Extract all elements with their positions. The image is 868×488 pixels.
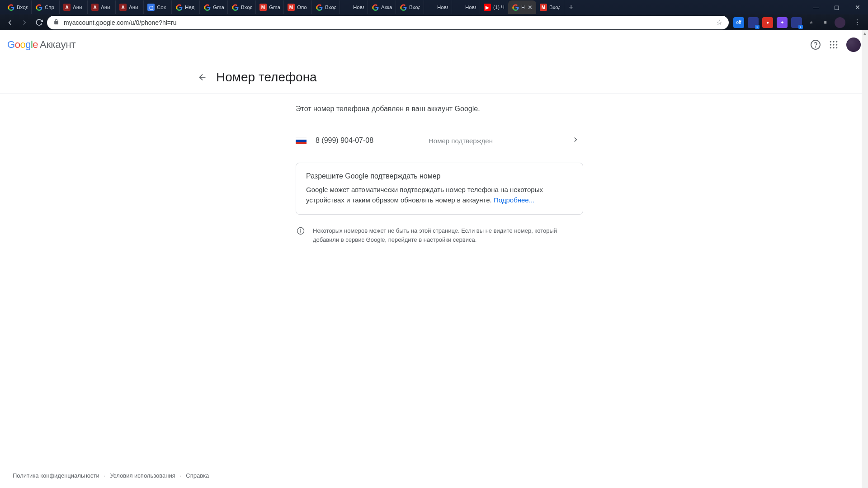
footer-help-link[interactable]: Справка	[186, 472, 209, 479]
tab-favicon-icon: M	[259, 4, 267, 11]
svg-point-10	[836, 47, 837, 48]
browser-tab[interactable]: Новая вк	[340, 0, 368, 14]
tab-favicon-icon	[344, 4, 351, 11]
browser-tab[interactable]: Спр	[32, 0, 60, 14]
footer-terms-link[interactable]: Условия использования	[110, 472, 175, 479]
phone-number-row[interactable]: 8 (999) 904-07-08 Номер подтвержден	[296, 129, 583, 152]
new-tab-button[interactable]: +	[564, 3, 578, 12]
extension-icon[interactable]: ≡	[820, 17, 831, 28]
browser-tab[interactable]: Вход	[228, 0, 256, 14]
browser-tab[interactable]: MВход	[536, 0, 564, 14]
extension-icon[interactable]: ★	[806, 17, 816, 28]
tab-title: Gma	[269, 5, 280, 10]
tab-favicon-icon	[35, 4, 42, 11]
browser-menu-icon[interactable]: ⋮	[850, 18, 864, 27]
tab-title: Gma	[213, 5, 224, 10]
window-maximize[interactable]: ◻	[826, 0, 847, 14]
tab-title: Спр	[45, 5, 54, 10]
browser-tab[interactable]: Н✕	[508, 0, 536, 14]
back-arrow-icon[interactable]	[197, 72, 208, 83]
browser-tab[interactable]: Нед	[172, 0, 200, 14]
tab-close-icon[interactable]: ✕	[528, 4, 533, 11]
tab-title: Ани	[101, 5, 110, 10]
extension-badge: 1	[755, 25, 760, 29]
tab-title: Вход	[17, 5, 28, 10]
apps-grid-icon[interactable]	[825, 36, 843, 54]
user-avatar[interactable]	[846, 38, 861, 52]
tab-favicon-icon	[7, 4, 14, 11]
svg-point-7	[836, 44, 837, 45]
tab-title: Нед	[185, 5, 194, 10]
tab-favicon-icon	[400, 4, 407, 11]
extension-icon[interactable]: off	[733, 17, 744, 28]
info-note: Некоторых номеров может не быть на этой …	[296, 225, 583, 246]
tab-favicon-icon: ▢	[147, 4, 155, 11]
bookmark-star-icon[interactable]: ☆	[716, 18, 722, 27]
tab-favicon-icon	[428, 4, 435, 11]
browser-tab[interactable]: AАни	[116, 0, 144, 14]
learn-more-link[interactable]: Подробнее...	[494, 196, 534, 204]
tab-favicon-icon: A	[63, 4, 71, 11]
extension-icon[interactable]: 1	[748, 17, 759, 28]
help-icon[interactable]	[807, 36, 825, 54]
browser-chrome: ВходСпрAАниAАниAАни▢СокНедGmaВходMGmaMОп…	[0, 0, 868, 30]
browser-tab[interactable]: Вход	[396, 0, 424, 14]
google-account-logo[interactable]: Google Аккаунт	[7, 39, 76, 51]
browser-tab[interactable]: Акка	[368, 0, 396, 14]
svg-point-5	[830, 44, 831, 45]
svg-point-1	[816, 47, 816, 47]
app-header: Google Аккаунт	[0, 30, 868, 59]
nav-forward-icon[interactable]	[18, 16, 31, 29]
google-wordmark: Google	[7, 39, 38, 51]
browser-tab[interactable]: MОпо	[284, 0, 312, 14]
browser-tab[interactable]: Новая вк	[452, 0, 480, 14]
footer-privacy-link[interactable]: Политика конфиденциальности	[13, 472, 99, 479]
phone-number-value: 8 (999) 904-07-08	[316, 136, 429, 145]
browser-tab[interactable]: Вход	[312, 0, 340, 14]
page-title-row: Номер телефона	[199, 59, 669, 94]
window-close[interactable]: ✕	[847, 0, 868, 14]
browser-tab[interactable]: AАни	[88, 0, 116, 14]
browser-tab[interactable]: ▢Сок	[144, 0, 172, 14]
tab-title: Вход	[325, 5, 336, 10]
tab-favicon-icon	[456, 4, 463, 11]
address-bar[interactable]: myaccount.google.com/u/0/phone?hl=ru ☆	[47, 16, 729, 29]
tab-title: Новая вк	[465, 5, 476, 10]
tab-title: Сок	[157, 5, 166, 10]
page-title: Номер телефона	[216, 70, 317, 84]
nav-back-icon[interactable]	[4, 16, 16, 29]
tab-title: Новая вк	[353, 5, 364, 10]
tab-favicon-icon: M	[288, 4, 295, 11]
tab-favicon-icon	[231, 4, 239, 11]
browser-tab[interactable]: ▶(1) Ч	[480, 0, 508, 14]
browser-tab[interactable]: AАни	[60, 0, 88, 14]
tab-favicon-icon	[203, 4, 211, 11]
svg-point-4	[836, 41, 837, 42]
tab-strip: ВходСпрAАниAАниAАни▢СокНедGmaВходMGmaMОп…	[0, 0, 868, 14]
svg-point-8	[830, 47, 831, 48]
browser-tab[interactable]: Вход	[4, 0, 32, 14]
tab-title: Новая вк	[437, 5, 448, 10]
tab-title: Вход	[241, 5, 252, 10]
extension-icon[interactable]: ●	[762, 17, 773, 28]
vertical-scrollbar[interactable]: ▲	[862, 30, 868, 488]
navigation-bar: myaccount.google.com/u/0/phone?hl=ru ☆ o…	[0, 14, 868, 30]
tab-favicon-icon: M	[540, 4, 547, 11]
tab-title: (1) Ч	[493, 5, 504, 10]
tab-favicon-icon: A	[91, 4, 99, 11]
extension-icon[interactable]: ✦	[777, 17, 788, 28]
window-minimize[interactable]: —	[806, 0, 826, 14]
tab-favicon-icon: A	[119, 4, 127, 11]
browser-tab[interactable]: MGma	[256, 0, 284, 14]
browser-tab[interactable]: Новая вк	[424, 0, 452, 14]
tab-title: Вход	[409, 5, 420, 10]
nav-reload-icon[interactable]	[33, 16, 45, 29]
scrollbar-up-icon[interactable]: ▲	[862, 30, 868, 37]
url-text: myaccount.google.com/u/0/phone?hl=ru	[64, 19, 712, 26]
extension-icon[interactable]: 1	[791, 17, 802, 28]
extension-icon[interactable]	[835, 17, 845, 28]
browser-tab[interactable]: Gma	[200, 0, 228, 14]
svg-point-2	[830, 41, 831, 42]
main-content: Этот номер телефона добавлен в ваш аккау…	[285, 94, 583, 246]
svg-point-0	[811, 40, 820, 49]
